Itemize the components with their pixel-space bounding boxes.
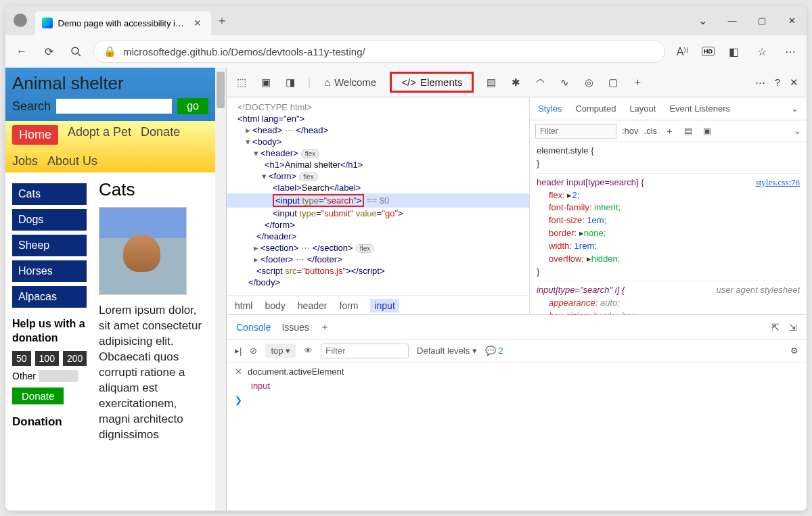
network-icon[interactable]: ◠: [533, 76, 547, 89]
crumb-form[interactable]: form: [339, 300, 358, 311]
amount-50[interactable]: 50: [12, 351, 31, 366]
new-tab-button[interactable]: ＋: [211, 12, 233, 28]
dismiss-icon[interactable]: ✕: [235, 367, 242, 377]
tab-events[interactable]: Event Listeners: [669, 103, 730, 114]
more-icon[interactable]: ⋯: [755, 76, 765, 89]
animal-alpacas[interactable]: Alpacas: [12, 286, 87, 308]
css-rules[interactable]: element.style { } header input[type=sear…: [530, 142, 807, 314]
bug-icon[interactable]: ✱: [509, 76, 522, 89]
animal-cats[interactable]: Cats: [12, 183, 87, 205]
console-drawer: Console Issues ＋ ⇱ ⇲ ▸| ⊘ top ▾ 👁 Defaul…: [227, 314, 807, 511]
crumb-html[interactable]: html: [235, 300, 252, 311]
computed-icon[interactable]: ▣: [700, 126, 714, 136]
source-link[interactable]: styles.css:78: [756, 177, 800, 189]
clear-console-icon[interactable]: ⊘: [250, 346, 257, 356]
amount-200[interactable]: 200: [63, 351, 87, 366]
lock-icon: 🔒: [104, 45, 116, 57]
tab-welcome[interactable]: ⌂Welcome: [321, 68, 379, 97]
drawer-dock-icon[interactable]: ⇲: [789, 322, 797, 333]
animal-dogs[interactable]: Dogs: [12, 209, 87, 231]
sidebar-toggle-icon[interactable]: ▸|: [235, 346, 242, 356]
url-text: microsoftedge.github.io/Demos/devtools-a…: [123, 46, 655, 57]
drawer-expand-icon[interactable]: ⇱: [771, 322, 780, 333]
issues-badge[interactable]: 💬 2: [485, 346, 503, 356]
live-expression-icon[interactable]: 👁: [304, 346, 313, 356]
styles-pane: Styles Computed Layout Event Listeners ⌄…: [529, 97, 807, 314]
crumb-input[interactable]: input: [370, 299, 399, 312]
other-label: Other: [12, 371, 36, 381]
scrollbar-thumb[interactable]: [217, 72, 225, 108]
dock-icon[interactable]: ◨: [284, 76, 297, 89]
browser-tab[interactable]: Demo page with accessibility issu ✕: [35, 11, 211, 35]
other-amount-input[interactable]: [39, 370, 78, 382]
log-levels-selector[interactable]: Default levels ▾: [417, 346, 477, 356]
device-toolbar-icon[interactable]: ▤: [681, 126, 695, 136]
tab-layout[interactable]: Layout: [629, 103, 656, 114]
nav-home[interactable]: Home: [12, 125, 58, 145]
translate-icon[interactable]: ◧: [724, 42, 743, 61]
home-icon: ⌂: [324, 76, 330, 88]
maximize-button[interactable]: ▢: [747, 5, 777, 35]
page-title: Animal shelter: [12, 73, 208, 94]
dom-breadcrumbs: html body header form input: [227, 296, 529, 314]
tab-console[interactable]: Console: [236, 322, 271, 333]
favorite-icon[interactable]: ☆: [752, 42, 771, 61]
refresh-button[interactable]: ⟳: [39, 42, 58, 61]
styles-more-icon[interactable]: ⌄: [791, 103, 798, 114]
back-button[interactable]: ←: [12, 42, 31, 61]
inspect-icon[interactable]: ⬚: [235, 76, 248, 89]
nav-jobs[interactable]: Jobs: [12, 154, 38, 168]
tabs-chevron-icon[interactable]: ⌄: [687, 5, 717, 35]
selected-dom-node[interactable]: <input type="search"> == $0: [227, 193, 529, 208]
cls-toggle[interactable]: .cls: [644, 126, 658, 136]
read-aloud-icon[interactable]: A⁾⁾: [673, 42, 692, 61]
dom-tree[interactable]: <!DOCTYPE html> <html lang="en"> ▸<head>…: [227, 97, 529, 296]
go-button[interactable]: go: [177, 98, 208, 114]
styles-filter-input[interactable]: [535, 124, 616, 139]
article-title: Cats: [99, 179, 208, 200]
crumb-header[interactable]: header: [298, 300, 328, 311]
styles-chevron-icon[interactable]: ⌄: [794, 126, 801, 136]
page-scrollbar[interactable]: [215, 68, 226, 511]
help-icon[interactable]: ?: [775, 76, 780, 88]
tab-styles[interactable]: Styles: [538, 103, 562, 114]
console-settings-icon[interactable]: ⚙: [790, 346, 798, 356]
close-window-button[interactable]: ✕: [777, 5, 807, 35]
menu-button[interactable]: ⋯: [781, 42, 800, 61]
cat-image: [99, 207, 187, 295]
add-drawer-tab-icon[interactable]: ＋: [320, 321, 330, 333]
console-prompt[interactable]: ❯: [235, 394, 798, 408]
nav-donate[interactable]: Donate: [141, 125, 180, 145]
hd-badge-icon[interactable]: HD: [702, 47, 715, 56]
search-button[interactable]: [66, 42, 85, 61]
new-rule-icon[interactable]: ＋: [662, 125, 676, 137]
crumb-body[interactable]: body: [265, 300, 285, 311]
profile-button[interactable]: [5, 14, 35, 27]
rendered-page: Animal shelter Search go Home Adopt a Pe…: [5, 68, 226, 511]
search-input[interactable]: [56, 99, 172, 114]
app-icon[interactable]: ▤: [484, 76, 498, 89]
hov-toggle[interactable]: :hov: [622, 126, 639, 136]
memory-icon[interactable]: ◎: [582, 76, 595, 89]
minimize-button[interactable]: ―: [717, 5, 747, 35]
application-icon[interactable]: ▢: [606, 76, 620, 89]
context-selector[interactable]: top ▾: [265, 344, 296, 358]
nav-adopt[interactable]: Adopt a Pet: [68, 125, 131, 145]
device-icon[interactable]: ▣: [259, 76, 273, 89]
tab-computed[interactable]: Computed: [575, 103, 616, 114]
performance-icon[interactable]: ∿: [558, 76, 571, 89]
nav-about[interactable]: About Us: [47, 154, 97, 168]
close-devtools-button[interactable]: ✕: [790, 76, 798, 89]
console-filter-input[interactable]: [321, 344, 409, 358]
tab-issues[interactable]: Issues: [281, 322, 309, 333]
amount-100[interactable]: 100: [35, 351, 59, 366]
donate-button[interactable]: Donate: [12, 388, 64, 404]
close-tab-icon[interactable]: ✕: [191, 18, 204, 28]
animal-sheep[interactable]: Sheep: [12, 235, 87, 256]
more-tabs-button[interactable]: ＋: [631, 76, 644, 89]
browser-toolbar: ← ⟳ 🔒 microsoftedge.github.io/Demos/devt…: [5, 35, 807, 68]
tab-elements[interactable]: </>Elements: [390, 72, 474, 93]
console-output[interactable]: ✕document.activeElement input ❯: [227, 362, 807, 511]
animal-horses[interactable]: Horses: [12, 260, 87, 282]
address-bar[interactable]: 🔒 microsoftedge.github.io/Demos/devtools…: [93, 40, 665, 63]
